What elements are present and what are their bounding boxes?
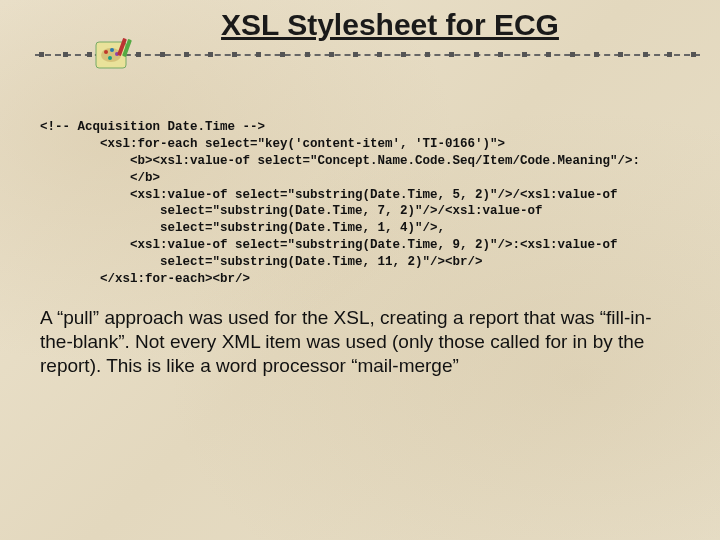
body-paragraph: A “pull” approach was used for the XSL, … <box>40 306 680 379</box>
palette-icon <box>92 36 136 80</box>
svg-point-5 <box>108 56 112 60</box>
svg-point-2 <box>104 50 108 54</box>
code-listing: <!-- Acquisition Date.Time --> <xsl:for-… <box>40 119 680 288</box>
svg-point-3 <box>110 48 114 52</box>
